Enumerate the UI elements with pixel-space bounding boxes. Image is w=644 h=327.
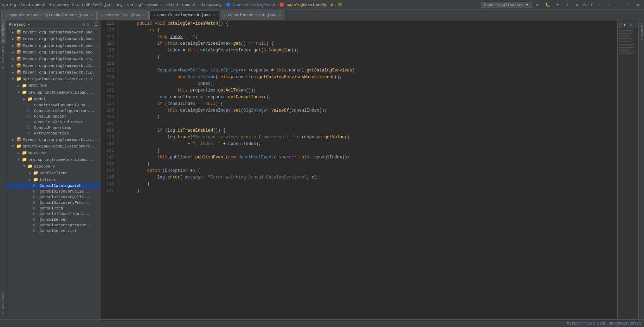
tab-close-serverlist[interactable]: ✕ bbox=[143, 13, 145, 17]
tree-model[interactable]: ▶ 📁 model bbox=[6, 96, 101, 102]
code-content[interactable]: Long consulIndex = response.getConsulInd… bbox=[124, 94, 617, 101]
code-content[interactable]: } bbox=[124, 188, 617, 194]
panel-tab-7structure[interactable]: 7: Structure bbox=[1, 290, 6, 317]
debug-button[interactable]: 🐛 bbox=[544, 1, 551, 8]
tab-serverlist[interactable]: ☕ ServerList.java ✕ bbox=[97, 11, 149, 20]
tree-consulhealthindicator[interactable]: ▶ C ConsulHealthIndicator bbox=[6, 119, 101, 125]
code-content[interactable]: this.publisher.publishEvent(new Heartbea… bbox=[124, 154, 617, 161]
panel-tab-project[interactable]: 1: Project bbox=[1, 20, 6, 44]
tree-maven-5[interactable]: ▶ 📦 Maven: org.springframework.clo... bbox=[6, 56, 101, 62]
tab-close-consulcatalog[interactable]: ✕ bbox=[213, 13, 215, 17]
git-update[interactable]: ↓ bbox=[615, 1, 622, 8]
breadcrumb-cloud[interactable]: cloud bbox=[166, 3, 178, 7]
code-content[interactable] bbox=[124, 121, 617, 127]
code-content[interactable]: index = this.catalogServicesIndex.get().… bbox=[124, 47, 617, 54]
right-panel-tab-favorites[interactable]: Favorites bbox=[639, 22, 644, 42]
tree-consul-discovery[interactable]: ▼ 📁 spring-cloud-consul-discovery... bbox=[6, 143, 101, 150]
code-content[interactable]: } bbox=[124, 181, 617, 188]
sidebar-icon-settings[interactable]: ☰ bbox=[94, 22, 98, 27]
tree-maven-6[interactable]: ▶ 📦 Maven: org.springframework.clo... bbox=[6, 62, 101, 69]
code-content[interactable]: index), bbox=[124, 81, 617, 87]
code-content[interactable]: this.catalogServicesIndex.set(BigInteger… bbox=[124, 107, 617, 114]
tab-close-consulserverlist[interactable]: ✕ bbox=[279, 13, 281, 17]
code-content[interactable] bbox=[124, 61, 617, 67]
code-content[interactable]: if (log.isTraceEnabled()) { bbox=[124, 127, 617, 134]
tree-consulserverintrospe[interactable]: ▶ C ConsulServerIntrospe... bbox=[6, 222, 101, 228]
coverage-button[interactable]: ☂ bbox=[554, 1, 561, 8]
tree-maven-8[interactable]: ▶ 📦 Maven: org.springframework.clo... bbox=[6, 136, 101, 143]
tree-org-cloud[interactable]: ▼ 📁 org.springframework.cloud... bbox=[6, 89, 101, 96]
tree-org-cloud-disc[interactable]: ▼ 📁 org.springframework.cloud... bbox=[6, 156, 101, 163]
run-config-selector[interactable]: ConsulApplication ▼ bbox=[481, 2, 531, 8]
code-content[interactable]: log.error( message: "Error watching Cons… bbox=[124, 174, 617, 181]
code-content[interactable]: catch (Exception e) { bbox=[124, 168, 617, 174]
tree-consuldiscoveryprops[interactable]: ▶ C ConsulDiscoveryProp... bbox=[6, 200, 101, 206]
tab-close-dynamicserver[interactable]: ✕ bbox=[91, 13, 93, 17]
tab-dynamicserver[interactable]: ☕ DynamicServerListLoadBalancer.java ✕ bbox=[1, 11, 97, 20]
tree-meta-inf-2[interactable]: ▶ 📁 META-INF bbox=[6, 150, 101, 156]
sidebar-icon-sort[interactable]: ⇅ bbox=[86, 22, 89, 27]
git-push[interactable]: ↑ bbox=[625, 1, 632, 8]
breadcrumb-consul[interactable]: consul bbox=[182, 3, 197, 7]
breadcrumb-method[interactable]: 🔴 catalogServicesWatch bbox=[279, 2, 333, 7]
code-content[interactable]: } bbox=[124, 114, 617, 121]
tree-maven-3[interactable]: ▶ 📦 Maven: org.springframework.boo... bbox=[6, 42, 101, 49]
run-button[interactable]: ▶ bbox=[534, 1, 541, 8]
tree-consul-core[interactable]: ▼ 📁 spring-cloud-consul-core-2.1.1 bbox=[6, 76, 101, 82]
code-content[interactable]: long index = -1; bbox=[124, 34, 617, 40]
code-content[interactable]: } bbox=[124, 54, 617, 61]
tree-discovery-folder[interactable]: ▼ 📁 discovery bbox=[6, 163, 101, 170]
code-content[interactable]: } bbox=[124, 161, 617, 168]
tree-conditionalonconsulena[interactable]: ▶ C ConditionalOnConsulEna... bbox=[6, 102, 101, 108]
tree-consulcatalogwatch-file[interactable]: ▶ C ConsulCatalogWatch bbox=[6, 183, 101, 189]
minimap-icon: m bbox=[624, 23, 626, 27]
breadcrumb-org[interactable]: org bbox=[116, 3, 123, 7]
code-content[interactable]: } bbox=[124, 147, 617, 154]
sidebar-icon-collapse[interactable]: — bbox=[90, 22, 93, 27]
tree-maven-7[interactable]: ▶ 📦 Maven: org.springframework.clo... bbox=[6, 69, 101, 76]
tree-maven-2[interactable]: ▶ 📦 Maven: org.springframework.boo... bbox=[6, 36, 101, 42]
profile-button[interactable]: ⚡ bbox=[564, 1, 571, 8]
breadcrumb-jar[interactable]: spring-cloud-consul-discovery-2.1.1.RELE… bbox=[2, 3, 111, 7]
breadcrumb-springframework[interactable]: springframework bbox=[127, 3, 162, 7]
git-check2[interactable]: ✓ bbox=[605, 1, 612, 8]
sidebar-icon-cogwheel[interactable]: ⚙ bbox=[82, 22, 85, 27]
tree-maven-1[interactable]: ▶ 📦 Maven: org.springframework.boo... bbox=[6, 29, 101, 36]
tree-retryprops[interactable]: ▶ C RetryProperties bbox=[6, 131, 101, 136]
tree-consuldiscoveryclient2[interactable]: ▶ C ConsulDiscoveryClie... bbox=[6, 194, 101, 200]
tree-consulserverlist[interactable]: ▶ C ConsulServerList bbox=[6, 228, 101, 234]
code-content[interactable]: this.properties.getAclToken()); bbox=[124, 87, 617, 94]
tree-consuldiscoveryclient1[interactable]: ▶ C ConsulDiscoveryClie... bbox=[6, 189, 101, 194]
tree-configclient[interactable]: ▶ 📁 configclient bbox=[6, 170, 101, 176]
code-content[interactable]: log.trace("Received services update from… bbox=[124, 134, 617, 141]
code-content[interactable]: try { bbox=[124, 27, 617, 34]
code-content[interactable]: if (this.catalogServicesIndex.get() != n… bbox=[124, 40, 617, 47]
code-editor[interactable]: 122 public void catalogServicesWatch() {… bbox=[101, 20, 617, 327]
status-url[interactable]: https://blog.csdn.net/u010730731 bbox=[567, 321, 641, 326]
code-content[interactable]: new QueryParams(this.properties.getCatal… bbox=[124, 74, 617, 81]
tab-consulserverlist[interactable]: ☕ ConsulServerList.java ✕ bbox=[220, 11, 285, 20]
code-content[interactable]: if (consulIndex != null) { bbox=[124, 101, 617, 107]
tree-meta-inf-1[interactable]: ▶ 📁 META-INF bbox=[6, 82, 101, 89]
tab-consulcatalogwatch[interactable]: ☕ ConsulCatalogWatch.java ✕ bbox=[149, 11, 219, 20]
code-content[interactable]: public void catalogServicesWatch() { bbox=[124, 20, 617, 27]
git-check[interactable]: ✓ bbox=[595, 1, 603, 8]
tree-consulserver[interactable]: ▶ C ConsulServer bbox=[6, 217, 101, 222]
tree-maven-4[interactable]: ▶ 📦 Maven: org.springframework.boo... bbox=[6, 49, 101, 56]
tree-consulproperties[interactable]: ▶ C ConsulProperties bbox=[6, 125, 101, 131]
git-history[interactable]: ◷ bbox=[635, 1, 642, 8]
tree-consulping[interactable]: ▶ C ConsulPing bbox=[6, 206, 101, 211]
panel-tab-structure[interactable]: 2: Structure bbox=[1, 44, 6, 71]
breadcrumb-discovery[interactable]: discovery bbox=[201, 3, 221, 7]
breadcrumb-class[interactable]: 🔵 ConsulCatalogWatch bbox=[226, 2, 275, 7]
minimap-button[interactable]: m ✕ bbox=[619, 22, 637, 28]
code-content[interactable]: Response<Map<String, List<String>>> resp… bbox=[124, 67, 617, 74]
code-content[interactable]: + ", index: " + consulIndex); bbox=[124, 141, 617, 147]
settings-button[interactable]: ⚙ bbox=[574, 1, 581, 8]
tree-consulribbon[interactable]: ▶ C ConsulRibbonClientC... bbox=[6, 211, 101, 217]
minimap-close[interactable]: ✕ bbox=[630, 23, 632, 27]
tree-consulendpoint[interactable]: ▶ C ConsulEndpoint bbox=[6, 114, 101, 119]
breadcrumb-leaf[interactable]: 🌿 bbox=[337, 2, 342, 7]
tree-filters[interactable]: ▶ 📁 filters bbox=[6, 176, 101, 183]
tree-consulautoconfig[interactable]: ▶ C ConsulAutoConfiguration... bbox=[6, 108, 101, 114]
